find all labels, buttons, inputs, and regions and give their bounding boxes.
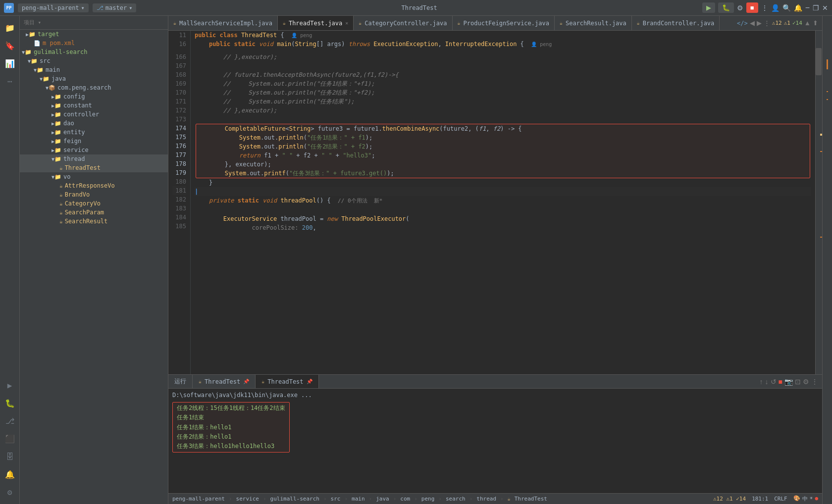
tab-close-threadtest[interactable]: ✕: [345, 20, 348, 26]
expand-button[interactable]: ▲: [804, 19, 811, 27]
editor-scrollbar[interactable]: [815, 31, 822, 374]
dump-btn[interactable]: 📷: [784, 378, 793, 386]
sidebar-icon-more[interactable]: ⋯: [2, 73, 18, 89]
tab-mallsearchserviceimpl[interactable]: ☕ MallSearchServiceImpl.java: [168, 16, 278, 30]
close-button[interactable]: ✕: [822, 4, 828, 12]
breadcrumb-java[interactable]: java: [376, 496, 389, 502]
scroll-down-btn[interactable]: ↓: [765, 378, 769, 386]
notification-dot: ●: [815, 495, 818, 503]
sidebar-icon-project[interactable]: 📁: [2, 20, 18, 36]
console-line-1: 任务1结束: [177, 413, 285, 422]
status-bar-right: ⚠12 ⚠1 ✓14 181:1 CRLF 🎨 中 ☀ ●: [713, 495, 818, 503]
tab-productfeignservice[interactable]: ☕ ProductFeignService.java: [453, 16, 555, 30]
tree-item-target[interactable]: ▶ 📁 target: [20, 30, 168, 39]
tab-searchresult[interactable]: ☕ SearchResult.java: [555, 16, 632, 30]
tree-item-threadtest[interactable]: ☕ ThreadTest: [20, 163, 168, 172]
tree-item-thread[interactable]: ▼ 📁 thread: [20, 154, 168, 163]
tree-item-searchparam[interactable]: ☕ SearchParam: [20, 208, 168, 217]
sidebar-icon-database[interactable]: 🗄: [2, 449, 18, 464]
stop-btn[interactable]: ■: [779, 378, 782, 386]
tree-item-searchresult[interactable]: ☕ SearchResult: [20, 217, 168, 226]
breadcrumb-peng[interactable]: peng: [421, 496, 435, 502]
settings-btn[interactable]: ⚙: [803, 378, 809, 386]
tab-brandcontroller[interactable]: ☕ BrandController.java: [632, 16, 720, 30]
sidebar-icon-notification[interactable]: 🔔: [2, 466, 18, 482]
tree-item-gulimall-search[interactable]: ▼ 📁 gulimall-search: [20, 48, 168, 56]
tree-item-src[interactable]: ▼ 📁 src: [20, 56, 168, 65]
more-btn[interactable]: ⋮: [811, 378, 818, 386]
bottom-tab-threadtest2[interactable]: ☕ ThreadTest 📌: [256, 375, 318, 388]
tab-bar-more[interactable]: ⋮: [764, 19, 770, 27]
more-button[interactable]: ⋮: [761, 4, 768, 12]
tab-threadtest[interactable]: ☕ ThreadTest.java ✕: [278, 16, 354, 30]
code-line-183: [195, 205, 811, 214]
tree-item-pomxml[interactable]: 📄 m pom.xml: [20, 39, 168, 48]
tab-bar-nav-left[interactable]: ◀: [750, 19, 755, 27]
tree-item-java[interactable]: ▼ 📁 java: [20, 74, 168, 83]
tree-item-main[interactable]: ▼ 📁 main: [20, 65, 168, 74]
scroll-up-button[interactable]: ⬆: [813, 19, 818, 27]
notifications-button[interactable]: 🔔: [794, 4, 802, 12]
tree-item-service[interactable]: ▶ 📁 service: [20, 146, 168, 154]
search-button[interactable]: 🔍: [782, 4, 791, 12]
sidebar-icon-settings[interactable]: ⚙: [2, 484, 18, 500]
right-gutter-mark3: [827, 99, 828, 100]
bottom-tab-threadtest1[interactable]: ☕ ThreadTest 📌: [193, 375, 256, 388]
breadcrumb-thread[interactable]: thread: [476, 496, 496, 502]
stop-button[interactable]: ■: [746, 2, 758, 13]
profile-button[interactable]: 👤: [771, 4, 780, 12]
breadcrumb-main[interactable]: main: [352, 496, 365, 502]
tree-item-com-peng-search[interactable]: ▼ 📦 com.peng.search: [20, 83, 168, 92]
sidebar-icon-terminal[interactable]: ⬛: [2, 431, 18, 447]
code-line-170: // System.out.println("任务2结果："+f2);: [195, 88, 811, 97]
sidebar-icon-debug[interactable]: 🐛: [2, 395, 18, 411]
tree-item-attrresponsevo[interactable]: ☕ AttrResponseVo: [20, 181, 168, 190]
project-header[interactable]: 项目 ▾: [20, 16, 168, 30]
settings-button[interactable]: ⚙: [737, 4, 743, 12]
tree-item-entity[interactable]: ▶ 📁 entity: [20, 128, 168, 137]
tree-item-controller[interactable]: ▶ 📁 controller: [20, 110, 168, 119]
sidebar-icon-run[interactable]: ▶: [2, 377, 18, 393]
tree-item-brandvo[interactable]: ☕ BrandVo: [20, 190, 168, 199]
branch-selector[interactable]: ⎇ master ▾: [93, 3, 137, 12]
bottom-tab-run[interactable]: 运行: [168, 375, 193, 388]
sidebar-icon-structure[interactable]: 📊: [2, 55, 18, 71]
breadcrumb-search[interactable]: search: [446, 496, 466, 502]
minimize-button[interactable]: −: [805, 3, 810, 12]
tree-item-categoryvo[interactable]: ☕ CategoryVo: [20, 199, 168, 208]
tree-item-config[interactable]: ▶ 📁 config: [20, 92, 168, 101]
sidebar-icon-git[interactable]: ⎇: [2, 413, 18, 429]
status-encoding[interactable]: CRLF: [774, 496, 787, 502]
toggle-btn[interactable]: ⊡: [795, 378, 801, 386]
code-line-16: public static void main(String[] args) t…: [195, 40, 811, 49]
tab-bar-nav-right[interactable]: ▶: [757, 19, 762, 27]
tree-item-constant[interactable]: ▶ 📁 constant: [20, 101, 168, 110]
tab-categorycontroller[interactable]: ☕ CategoryController.java: [354, 16, 452, 30]
breadcrumb-threadtest[interactable]: ThreadTest: [515, 496, 547, 502]
app-logo: PP: [4, 3, 14, 13]
project-header-label: 项目 ▾: [24, 19, 41, 26]
debug-button[interactable]: 🐛: [718, 2, 734, 13]
status-position[interactable]: 181:1: [752, 496, 768, 502]
code-content[interactable]: public class ThreadTest { 👤 peng public …: [191, 31, 815, 374]
tree-item-vo[interactable]: ▼ 📁 vo: [20, 172, 168, 181]
breadcrumb-root[interactable]: peng-mall-parent: [172, 496, 225, 502]
scrollbar-thumb[interactable]: [816, 48, 822, 76]
breadcrumb-service[interactable]: service: [236, 496, 259, 502]
file-tree-panel: 项目 ▾ ▶ 📁 target 📄 m pom.xml ▼ 📁 gulimall…: [20, 16, 168, 504]
scroll-up-btn[interactable]: ↑: [760, 378, 763, 386]
maximize-button[interactable]: ❐: [813, 4, 819, 12]
code-line-174: CompletableFuture<String> future3 = futu…: [196, 124, 810, 133]
bottom-panel-actions: ↑ ↓ ↺ ■ 📷 ⊡ ⚙ ⋮: [756, 375, 822, 388]
breadcrumb-gulimall[interactable]: gulimall-search: [270, 496, 319, 502]
project-selector[interactable]: peng-mall-parent ▾: [18, 3, 89, 12]
sidebar-icon-bookmarks[interactable]: 🔖: [2, 38, 18, 53]
run-button[interactable]: ▶: [702, 2, 715, 13]
rerun-btn[interactable]: ↺: [771, 378, 777, 386]
console-output[interactable]: D:\software\java\jdk11\bin\java.exe ... …: [168, 389, 822, 493]
tree-item-feign[interactable]: ▶ 📁 feign: [20, 137, 168, 146]
breadcrumb-com[interactable]: com: [400, 496, 410, 502]
breadcrumb-src[interactable]: src: [331, 496, 341, 502]
tree-item-dao[interactable]: ▶ 📁 dao: [20, 119, 168, 128]
bottom-tab-bar: 运行 ☕ ThreadTest 📌 ☕ ThreadTest 📌 ↑ ↓ ↺ ■: [168, 375, 822, 389]
